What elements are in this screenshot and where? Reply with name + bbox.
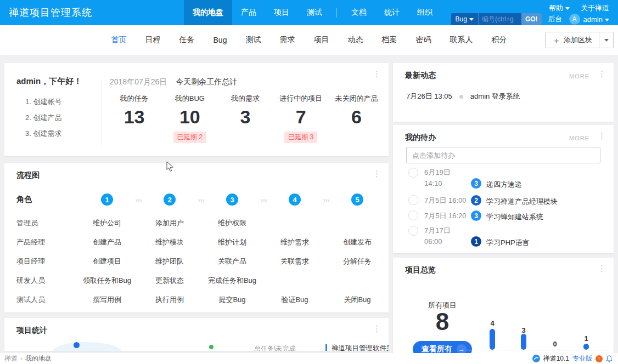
tab-test[interactable]: 测试 bbox=[236, 35, 270, 45]
flow-action[interactable]: 撰写用例 bbox=[76, 290, 138, 309]
tab-bug[interactable]: Bug bbox=[204, 36, 237, 44]
top-nav-project[interactable]: 项目 bbox=[265, 0, 298, 25]
dynamic-text[interactable]: admin 登录系统 bbox=[470, 92, 520, 101]
tab-score[interactable]: 积分 bbox=[482, 35, 516, 45]
tab-calendar[interactable]: 日程 bbox=[136, 35, 170, 45]
flow-action[interactable]: 创建项目 bbox=[76, 252, 138, 271]
todo-title[interactable]: 学习蝉知建站系统 bbox=[486, 212, 543, 222]
step-number-badge: 2 bbox=[164, 194, 176, 206]
legend-dot-green bbox=[209, 345, 214, 349]
user-menu[interactable]: admin bbox=[583, 15, 609, 24]
top-nav-my[interactable]: 我的地盘 bbox=[184, 0, 232, 25]
flow-action[interactable]: 关联需求 bbox=[263, 252, 326, 271]
tab-task[interactable]: 任务 bbox=[170, 35, 204, 45]
flow-action[interactable]: 维护团队 bbox=[138, 252, 201, 271]
flow-action[interactable]: 关联产品 bbox=[201, 252, 263, 271]
panel-menu-icon[interactable]: ⋮ bbox=[598, 132, 606, 141]
tab-story[interactable]: 需求 bbox=[270, 35, 304, 45]
tab-home[interactable]: 首页 bbox=[102, 35, 136, 45]
flow-action bbox=[326, 213, 389, 232]
chevron-down-icon bbox=[565, 7, 570, 10]
stat-my-tasks: 我的任务 13 bbox=[106, 94, 162, 143]
todo-checkbox[interactable] bbox=[408, 168, 418, 178]
panel-menu-icon[interactable]: ⋮ bbox=[373, 169, 381, 179]
todo-date: 7月5日 16:00 bbox=[424, 195, 467, 206]
date-note: 今天剩余工作总计 bbox=[176, 77, 237, 86]
avatar[interactable]: A bbox=[569, 14, 580, 25]
bar-projects[interactable] bbox=[583, 344, 589, 350]
getting-started-list: 1. 创建帐号 2. 创建产品 3. 创建需求 bbox=[25, 94, 61, 141]
flow-action[interactable]: 更新状态 bbox=[138, 271, 201, 290]
search-input[interactable] bbox=[479, 13, 521, 25]
help-menu[interactable]: 帮助 bbox=[549, 3, 570, 13]
flow-action[interactable]: 领取任务和Bug bbox=[76, 271, 138, 290]
flow-action[interactable]: 验证Bug bbox=[263, 290, 326, 309]
flow-action[interactable]: 添加用户 bbox=[138, 213, 201, 232]
edition-link[interactable]: 专业版 bbox=[572, 354, 592, 363]
top-nav-doc[interactable]: 文档 bbox=[342, 0, 375, 25]
add-todo-input[interactable] bbox=[406, 147, 600, 163]
flow-action[interactable]: 维护公司 bbox=[76, 213, 138, 232]
search-module-select[interactable]: Bug bbox=[451, 13, 479, 25]
upgrade-icon[interactable]: ↑ bbox=[595, 355, 603, 362]
tab-dynamic[interactable]: 动态 bbox=[338, 35, 372, 45]
bar-projects[interactable] bbox=[521, 334, 526, 350]
go-button[interactable]: GO! bbox=[521, 13, 542, 25]
flow-step-1: 1 bbox=[76, 186, 138, 213]
stat-value[interactable]: 13 bbox=[106, 106, 162, 128]
stat-value[interactable]: 6 bbox=[329, 106, 384, 128]
flow-action[interactable]: 分解任务 bbox=[326, 252, 389, 271]
panel-menu-icon[interactable]: ⋮ bbox=[373, 325, 381, 334]
step-create-story[interactable]: 3. 创建需求 bbox=[25, 126, 61, 141]
todo-date: 6月19日 14:10 bbox=[424, 167, 451, 189]
chevron-down-icon bbox=[469, 18, 474, 21]
flow-role: 项目经理 bbox=[4, 252, 76, 271]
todo-checkbox[interactable] bbox=[408, 211, 418, 220]
top-nav-stats[interactable]: 统计 bbox=[375, 0, 408, 25]
flow-action[interactable]: 维护权限 bbox=[201, 213, 263, 232]
stat-value[interactable]: 3 bbox=[217, 106, 273, 128]
panel-menu-icon[interactable]: ⋮ bbox=[598, 264, 606, 274]
add-block-button[interactable]: ＋添加区块 bbox=[545, 32, 599, 48]
version-text: 禅道10.1 bbox=[543, 354, 569, 363]
flow-action bbox=[263, 213, 326, 232]
more-link[interactable]: MORE bbox=[569, 73, 589, 79]
top-nav-test[interactable]: 测试 bbox=[298, 0, 331, 25]
flow-action[interactable]: 维护计划 bbox=[201, 232, 263, 252]
more-link[interactable]: MORE bbox=[569, 135, 589, 141]
top-nav-product[interactable]: 产品 bbox=[232, 0, 265, 25]
tab-password[interactable]: 密码 bbox=[406, 35, 440, 45]
flow-action[interactable]: 关闭Bug bbox=[326, 290, 389, 309]
todo-title[interactable]: 学习PHP语言 bbox=[486, 238, 530, 248]
panel-menu-icon[interactable]: ⋮ bbox=[373, 70, 381, 79]
todo-title[interactable]: 学习禅道产品经理模块 bbox=[486, 197, 558, 207]
admin-console-link[interactable]: 后台 bbox=[548, 14, 563, 24]
app-screen: 禅道项目管理系统 我的地盘 产品 项目 测试 文档 统计 组织 帮助 关于禅道 … bbox=[0, 0, 618, 364]
about-link[interactable]: 关于禅道 bbox=[581, 3, 609, 13]
stat-value[interactable]: 7 bbox=[273, 106, 329, 128]
stat-value[interactable]: 10 bbox=[162, 106, 217, 128]
bar-projects[interactable] bbox=[490, 329, 495, 350]
step-create-account[interactable]: 1. 创建帐号 bbox=[25, 94, 61, 110]
flow-action[interactable]: 维护需求 bbox=[263, 232, 326, 252]
flow-action[interactable]: 创建产品 bbox=[76, 232, 138, 252]
flow-action[interactable]: 完成任务和Bug bbox=[201, 271, 263, 290]
todo-checkbox[interactable] bbox=[408, 226, 418, 236]
top-nav-org[interactable]: 组织 bbox=[408, 0, 441, 25]
tab-profile[interactable]: 档案 bbox=[372, 35, 406, 45]
flow-action[interactable]: 提交Bug bbox=[201, 290, 263, 309]
summary-stats: 我的任务 13 我的BUG 10 已延期 2 我的需求 3 进行中的项目 7 已… bbox=[106, 94, 384, 143]
flow-action[interactable]: 执行用例 bbox=[138, 290, 201, 309]
flow-action[interactable]: 维护模块 bbox=[138, 232, 201, 252]
bell-icon[interactable] bbox=[606, 355, 613, 362]
step-create-product[interactable]: 2. 创建产品 bbox=[25, 110, 61, 126]
breadcrumb-root[interactable]: 禅道 bbox=[4, 354, 18, 363]
project-name-link[interactable]: 禅道项目管理软件第5期 bbox=[332, 344, 389, 351]
todo-title[interactable]: 递四方速递 bbox=[486, 180, 522, 190]
tab-project[interactable]: 项目 bbox=[304, 35, 338, 45]
panel-menu-icon[interactable]: ⋮ bbox=[598, 70, 606, 79]
flow-action[interactable]: 创建发布 bbox=[326, 232, 389, 252]
add-block-dropdown-button[interactable] bbox=[599, 32, 614, 48]
todo-checkbox[interactable] bbox=[408, 195, 418, 205]
tab-contacts[interactable]: 联系人 bbox=[440, 35, 482, 45]
